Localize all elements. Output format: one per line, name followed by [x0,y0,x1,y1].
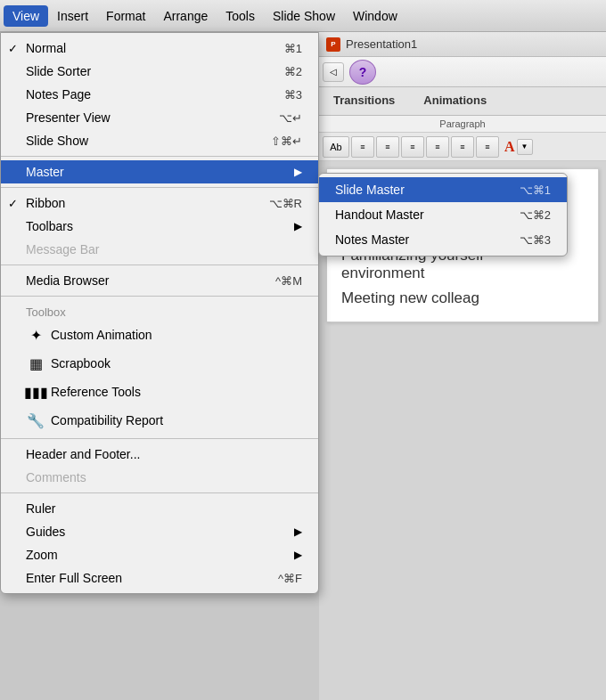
menu-item-full-screen-label: Enter Full Screen [26,571,122,585]
menu-item-presenter-view[interactable]: Presenter View ⌥↵ [1,106,318,129]
font-color-indicator: A [504,139,515,155]
guides-arrow-icon: ▶ [294,525,302,538]
tab-animations[interactable]: Animations [409,87,501,115]
handout-master-shortcut: ⌥⌘2 [520,208,551,222]
presentation-window: P Presentation1 ◁ ? Transitions Animatio… [319,32,606,700]
menu-item-guides-label: Guides [26,525,65,539]
slide-master-label: Slide Master [335,183,405,197]
menubar: View Insert Format Arrange Tools Slide S… [0,0,606,32]
menu-item-comments-label: Comments [26,470,86,484]
menu-item-header-footer[interactable]: Header and Footer... [1,443,318,466]
window-titlebar: P Presentation1 [319,32,606,57]
menu-item-custom-animation[interactable]: ✦ Custom Animation [1,321,318,349]
menu-item-toolbars-label: Toolbars [26,219,73,233]
menu-window[interactable]: Window [344,5,406,27]
menu-item-presenter-view-label: Presenter View [26,110,111,125]
custom-animation-icon: ✦ [26,325,45,345]
more-btn[interactable]: ≡ [476,136,499,158]
toolbars-arrow-icon: ▶ [294,220,302,232]
ppt-app-icon: P [326,37,340,52]
menu-item-reference-tools[interactable]: ▮▮▮ Reference Tools [1,378,318,406]
menu-item-zoom-label: Zoom [26,548,58,562]
master-submenu-handout-master[interactable]: Handout Master ⌥⌘2 [319,202,567,227]
notes-master-label: Notes Master [335,232,409,247]
align-left-btn[interactable]: ≡ [351,136,374,158]
separator-6 [1,492,318,493]
menu-tools[interactable]: Tools [217,5,264,27]
menu-slideshow[interactable]: Slide Show [264,5,344,27]
paragraph-section-label: Paragraph [319,116,606,133]
menu-item-zoom[interactable]: Zoom ▶ [1,543,318,566]
view-dropdown-menu: Normal ⌘1 Slide Sorter ⌘2 Notes Page ⌘3 … [0,32,319,594]
menu-item-message-bar-label: Message Bar [26,242,99,256]
menu-item-compatibility-report[interactable]: 🔧 Compatibility Report [1,406,318,435]
zoom-arrow-icon: ▶ [294,549,302,561]
align-right-btn[interactable]: ≡ [401,136,424,158]
menu-item-ruler-label: Ruler [26,501,55,516]
menu-insert[interactable]: Insert [48,5,97,27]
menu-item-full-screen-shortcut: ^⌘F [278,572,302,585]
menu-item-slide-sorter[interactable]: Slide Sorter ⌘2 [1,60,318,83]
separator-2 [1,187,318,188]
toolbar-button-1[interactable]: ◁ [323,62,344,82]
menu-item-message-bar: Message Bar [1,238,318,261]
compatibility-report-icon: 🔧 [26,411,45,430]
menu-item-ribbon[interactable]: Ribbon ⌥⌘R [1,191,318,215]
menu-item-master[interactable]: Master ▶ [1,160,318,183]
handout-master-label: Handout Master [335,208,424,222]
list-btn[interactable]: ≡ [426,136,449,158]
menu-item-toolbars[interactable]: Toolbars ▶ [1,215,318,238]
menu-item-normal-label: Normal [26,41,66,55]
separator-1 [1,156,318,157]
menu-item-notes-page-label: Notes Page [26,87,91,102]
panel-tabs: Transitions Animations [319,87,606,116]
menu-item-slide-show-shortcut: ⇧⌘↵ [271,134,302,148]
tab-transitions[interactable]: Transitions [319,87,409,115]
separator-5 [1,438,318,439]
reference-tools-icon: ▮▮▮ [26,382,45,402]
menu-item-slide-show[interactable]: Slide Show ⇧⌘↵ [1,129,318,152]
menu-item-normal-shortcut: ⌘1 [284,42,302,55]
slide-bullet-3: Meeting new colleag [341,289,584,307]
menu-item-presenter-view-shortcut: ⌥↵ [279,111,302,125]
format-toolbar: Ab ≡ ≡ ≡ ≡ ≡ ≡ A ▼ [319,133,606,161]
font-format-btn[interactable]: Ab [323,136,349,158]
menu-item-slide-sorter-shortcut: ⌘2 [284,65,302,78]
menu-item-scrapbook-label: Scrapbook [51,356,302,370]
menu-item-normal[interactable]: Normal ⌘1 [1,37,318,60]
menu-item-ribbon-shortcut: ⌥⌘R [269,197,302,210]
menu-item-guides[interactable]: Guides ▶ [1,520,318,543]
menu-item-media-browser-label: Media Browser [26,273,109,288]
menu-format[interactable]: Format [97,5,154,27]
menu-arrange[interactable]: Arrange [154,5,217,27]
help-button[interactable]: ? [349,60,376,85]
menu-item-full-screen[interactable]: Enter Full Screen ^⌘F [1,566,318,590]
submenu-arrow-icon: ▶ [294,166,302,178]
slide-toolbar: ◁ ? [319,57,606,87]
master-submenu-slide-master[interactable]: Slide Master ⌥⌘1 [319,177,567,202]
window-title: Presentation1 [346,37,417,51]
toolbox-section-label: Toolbox [1,300,318,321]
align-center-btn[interactable]: ≡ [376,136,399,158]
menu-item-comments: Comments [1,466,318,489]
menu-item-scrapbook[interactable]: ▦ Scrapbook [1,349,318,378]
menu-item-ruler[interactable]: Ruler [1,497,318,520]
indent-btn[interactable]: ≡ [451,136,474,158]
menu-item-media-browser-shortcut: ^⌘M [275,274,302,288]
slide-master-shortcut: ⌥⌘1 [520,183,551,197]
menu-item-media-browser[interactable]: Media Browser ^⌘M [1,269,318,292]
notes-master-shortcut: ⌥⌘3 [520,233,551,247]
menu-item-custom-animation-label: Custom Animation [51,328,302,342]
menu-item-compatibility-report-label: Compatibility Report [51,413,302,427]
menu-item-reference-tools-label: Reference Tools [51,385,302,399]
separator-4 [1,296,318,297]
menu-item-notes-page[interactable]: Notes Page ⌘3 [1,83,318,106]
dropdown-arrow-btn[interactable]: ▼ [517,139,533,155]
menu-view[interactable]: View [4,5,48,27]
master-submenu: Slide Master ⌥⌘1 Handout Master ⌥⌘2 Note… [318,173,568,256]
menu-item-header-footer-label: Header and Footer... [26,447,140,461]
menu-item-slide-show-label: Slide Show [26,134,88,148]
menu-item-slide-sorter-label: Slide Sorter [26,64,91,78]
menu-item-ribbon-label: Ribbon [26,196,65,210]
master-submenu-notes-master[interactable]: Notes Master ⌥⌘3 [319,227,567,252]
